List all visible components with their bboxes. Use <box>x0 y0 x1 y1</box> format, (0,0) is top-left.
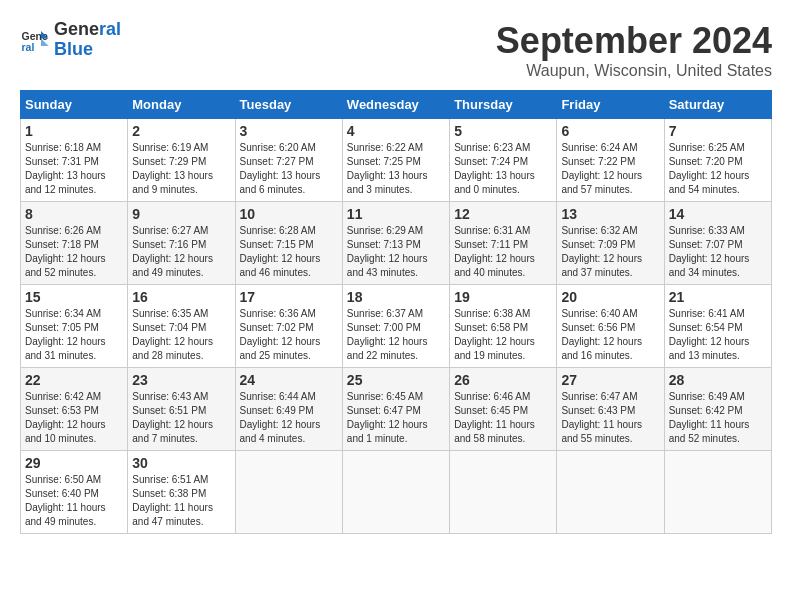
header: Gene ral General Blue September 2024 Wau… <box>20 20 772 80</box>
header-monday: Monday <box>128 91 235 119</box>
table-row: 4 Sunrise: 6:22 AM Sunset: 7:25 PM Dayli… <box>342 119 449 202</box>
logo-text: General Blue <box>54 20 121 60</box>
day-number: 15 <box>25 289 123 305</box>
day-info: Sunrise: 6:25 AM Sunset: 7:20 PM Dayligh… <box>669 141 767 197</box>
day-number: 3 <box>240 123 338 139</box>
day-number: 12 <box>454 206 552 222</box>
day-number: 30 <box>132 455 230 471</box>
logo-icon: Gene ral <box>20 25 50 55</box>
header-friday: Friday <box>557 91 664 119</box>
table-row: 9 Sunrise: 6:27 AM Sunset: 7:16 PM Dayli… <box>128 202 235 285</box>
day-info: Sunrise: 6:50 AM Sunset: 6:40 PM Dayligh… <box>25 473 123 529</box>
table-row <box>342 451 449 534</box>
day-number: 5 <box>454 123 552 139</box>
day-number: 6 <box>561 123 659 139</box>
table-row: 5 Sunrise: 6:23 AM Sunset: 7:24 PM Dayli… <box>450 119 557 202</box>
day-number: 20 <box>561 289 659 305</box>
header-wednesday: Wednesday <box>342 91 449 119</box>
table-row: 19 Sunrise: 6:38 AM Sunset: 6:58 PM Dayl… <box>450 285 557 368</box>
table-row: 8 Sunrise: 6:26 AM Sunset: 7:18 PM Dayli… <box>21 202 128 285</box>
table-row: 18 Sunrise: 6:37 AM Sunset: 7:00 PM Dayl… <box>342 285 449 368</box>
header-sunday: Sunday <box>21 91 128 119</box>
day-number: 28 <box>669 372 767 388</box>
day-info: Sunrise: 6:41 AM Sunset: 6:54 PM Dayligh… <box>669 307 767 363</box>
header-thursday: Thursday <box>450 91 557 119</box>
table-row: 3 Sunrise: 6:20 AM Sunset: 7:27 PM Dayli… <box>235 119 342 202</box>
logo: Gene ral General Blue <box>20 20 121 60</box>
day-number: 14 <box>669 206 767 222</box>
day-info: Sunrise: 6:37 AM Sunset: 7:00 PM Dayligh… <box>347 307 445 363</box>
day-number: 21 <box>669 289 767 305</box>
page-title: September 2024 <box>496 20 772 62</box>
day-info: Sunrise: 6:49 AM Sunset: 6:42 PM Dayligh… <box>669 390 767 446</box>
title-area: September 2024 Waupun, Wisconsin, United… <box>496 20 772 80</box>
table-row: 30 Sunrise: 6:51 AM Sunset: 6:38 PM Dayl… <box>128 451 235 534</box>
day-info: Sunrise: 6:34 AM Sunset: 7:05 PM Dayligh… <box>25 307 123 363</box>
day-number: 11 <box>347 206 445 222</box>
day-info: Sunrise: 6:38 AM Sunset: 6:58 PM Dayligh… <box>454 307 552 363</box>
day-info: Sunrise: 6:43 AM Sunset: 6:51 PM Dayligh… <box>132 390 230 446</box>
day-info: Sunrise: 6:26 AM Sunset: 7:18 PM Dayligh… <box>25 224 123 280</box>
table-row: 25 Sunrise: 6:45 AM Sunset: 6:47 PM Dayl… <box>342 368 449 451</box>
day-number: 17 <box>240 289 338 305</box>
table-row: 13 Sunrise: 6:32 AM Sunset: 7:09 PM Dayl… <box>557 202 664 285</box>
day-info: Sunrise: 6:24 AM Sunset: 7:22 PM Dayligh… <box>561 141 659 197</box>
day-number: 26 <box>454 372 552 388</box>
calendar-header: Sunday Monday Tuesday Wednesday Thursday… <box>21 91 772 119</box>
table-row: 17 Sunrise: 6:36 AM Sunset: 7:02 PM Dayl… <box>235 285 342 368</box>
table-row: 20 Sunrise: 6:40 AM Sunset: 6:56 PM Dayl… <box>557 285 664 368</box>
day-info: Sunrise: 6:40 AM Sunset: 6:56 PM Dayligh… <box>561 307 659 363</box>
table-row: 6 Sunrise: 6:24 AM Sunset: 7:22 PM Dayli… <box>557 119 664 202</box>
day-info: Sunrise: 6:19 AM Sunset: 7:29 PM Dayligh… <box>132 141 230 197</box>
table-row <box>557 451 664 534</box>
day-info: Sunrise: 6:33 AM Sunset: 7:07 PM Dayligh… <box>669 224 767 280</box>
table-row: 12 Sunrise: 6:31 AM Sunset: 7:11 PM Dayl… <box>450 202 557 285</box>
day-info: Sunrise: 6:28 AM Sunset: 7:15 PM Dayligh… <box>240 224 338 280</box>
day-info: Sunrise: 6:42 AM Sunset: 6:53 PM Dayligh… <box>25 390 123 446</box>
table-row: 23 Sunrise: 6:43 AM Sunset: 6:51 PM Dayl… <box>128 368 235 451</box>
calendar-body: 1 Sunrise: 6:18 AM Sunset: 7:31 PM Dayli… <box>21 119 772 534</box>
day-number: 29 <box>25 455 123 471</box>
header-saturday: Saturday <box>664 91 771 119</box>
day-info: Sunrise: 6:46 AM Sunset: 6:45 PM Dayligh… <box>454 390 552 446</box>
day-info: Sunrise: 6:51 AM Sunset: 6:38 PM Dayligh… <box>132 473 230 529</box>
page-subtitle: Waupun, Wisconsin, United States <box>496 62 772 80</box>
day-number: 27 <box>561 372 659 388</box>
table-row: 21 Sunrise: 6:41 AM Sunset: 6:54 PM Dayl… <box>664 285 771 368</box>
day-number: 4 <box>347 123 445 139</box>
day-number: 16 <box>132 289 230 305</box>
table-row: 11 Sunrise: 6:29 AM Sunset: 7:13 PM Dayl… <box>342 202 449 285</box>
day-info: Sunrise: 6:18 AM Sunset: 7:31 PM Dayligh… <box>25 141 123 197</box>
day-info: Sunrise: 6:45 AM Sunset: 6:47 PM Dayligh… <box>347 390 445 446</box>
day-number: 10 <box>240 206 338 222</box>
table-row: 24 Sunrise: 6:44 AM Sunset: 6:49 PM Dayl… <box>235 368 342 451</box>
day-number: 25 <box>347 372 445 388</box>
day-info: Sunrise: 6:23 AM Sunset: 7:24 PM Dayligh… <box>454 141 552 197</box>
day-info: Sunrise: 6:44 AM Sunset: 6:49 PM Dayligh… <box>240 390 338 446</box>
table-row: 27 Sunrise: 6:47 AM Sunset: 6:43 PM Dayl… <box>557 368 664 451</box>
table-row: 15 Sunrise: 6:34 AM Sunset: 7:05 PM Dayl… <box>21 285 128 368</box>
table-row: 10 Sunrise: 6:28 AM Sunset: 7:15 PM Dayl… <box>235 202 342 285</box>
header-tuesday: Tuesday <box>235 91 342 119</box>
table-row: 7 Sunrise: 6:25 AM Sunset: 7:20 PM Dayli… <box>664 119 771 202</box>
table-row <box>450 451 557 534</box>
day-number: 2 <box>132 123 230 139</box>
table-row: 26 Sunrise: 6:46 AM Sunset: 6:45 PM Dayl… <box>450 368 557 451</box>
table-row: 16 Sunrise: 6:35 AM Sunset: 7:04 PM Dayl… <box>128 285 235 368</box>
table-row: 2 Sunrise: 6:19 AM Sunset: 7:29 PM Dayli… <box>128 119 235 202</box>
table-row <box>664 451 771 534</box>
day-number: 23 <box>132 372 230 388</box>
table-row: 29 Sunrise: 6:50 AM Sunset: 6:40 PM Dayl… <box>21 451 128 534</box>
day-info: Sunrise: 6:35 AM Sunset: 7:04 PM Dayligh… <box>132 307 230 363</box>
day-info: Sunrise: 6:47 AM Sunset: 6:43 PM Dayligh… <box>561 390 659 446</box>
day-number: 13 <box>561 206 659 222</box>
table-row: 14 Sunrise: 6:33 AM Sunset: 7:07 PM Dayl… <box>664 202 771 285</box>
calendar-table: Sunday Monday Tuesday Wednesday Thursday… <box>20 90 772 534</box>
day-number: 7 <box>669 123 767 139</box>
day-number: 9 <box>132 206 230 222</box>
svg-text:ral: ral <box>22 40 35 52</box>
day-info: Sunrise: 6:29 AM Sunset: 7:13 PM Dayligh… <box>347 224 445 280</box>
day-number: 22 <box>25 372 123 388</box>
table-row <box>235 451 342 534</box>
day-info: Sunrise: 6:32 AM Sunset: 7:09 PM Dayligh… <box>561 224 659 280</box>
